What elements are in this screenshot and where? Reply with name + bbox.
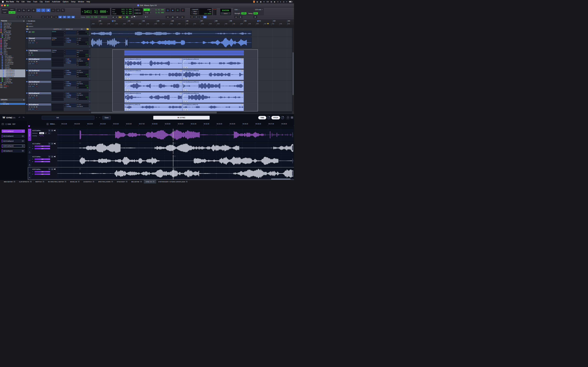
audio-clip[interactable]: A9 EndHarm1-ePRO-020 dB <box>182 104 244 111</box>
fade-in-curve[interactable] <box>125 94 136 101</box>
strength-value[interactable]: 100% <box>241 12 247 14</box>
zoom-preset-button[interactable]: 3 <box>23 16 26 18</box>
timebase-icon[interactable]: ⊙ <box>28 42 29 43</box>
solo-button[interactable]: S <box>33 72 35 74</box>
insert-slot[interactable]: ChnlStrp <box>52 37 64 39</box>
expand-chevron[interactable]: ⌄ <box>32 150 56 151</box>
menu-item[interactable]: File <box>16 1 19 3</box>
elastic-audio-icon[interactable]: ✱ <box>30 63 31 64</box>
insert-slot[interactable] <box>52 36 64 37</box>
window-tab[interactable]: WAVELAB <box>68 180 81 184</box>
grid-display-icon[interactable]: ▦ <box>71 16 75 18</box>
insert-slot[interactable] <box>52 96 64 97</box>
chip-red[interactable]: red <box>35 74 38 76</box>
row-scrollbar[interactable] <box>292 158 293 163</box>
chip-wave[interactable]: wave <box>31 42 35 44</box>
solo-button[interactable]: S <box>48 142 51 145</box>
insertion-follows-playback-icon[interactable]: ⇆ <box>22 8 26 12</box>
battery-icon[interactable] <box>289 1 292 2</box>
time-slider[interactable]: 100 <box>34 145 50 147</box>
insert-slot[interactable] <box>52 98 64 99</box>
mute-button[interactable]: M <box>51 168 53 170</box>
chip-red[interactable]: red <box>35 108 38 110</box>
menu-item[interactable]: Setup <box>71 1 76 3</box>
send-slot[interactable]: bV VerbBig <box>64 106 76 107</box>
online-clock-button[interactable]: ◷ <box>166 8 170 12</box>
grid-note-value[interactable]: 1/16 note <box>255 9 261 10</box>
chip-red[interactable]: red <box>35 85 38 87</box>
menu-item[interactable]: Options <box>63 1 69 3</box>
send-slot[interactable]: b <box>64 51 76 53</box>
track-power-button[interactable] <box>29 165 30 166</box>
io-header[interactable]: I/O <box>81 28 83 30</box>
daw-checkbox[interactable] <box>5 123 7 125</box>
insert-slot[interactable] <box>52 34 64 36</box>
chip-wave[interactable]: wave <box>31 108 35 110</box>
syncvx-track-row[interactable]: 1A11 EndHar...SMT100P100⌄⋮⋮⋮⋮⋮⋮ <box>28 142 294 154</box>
elastic-follow-icon[interactable]: ∿ <box>199 16 202 18</box>
zoom-preset-button[interactable]: 2 <box>20 16 22 18</box>
audition-speaker-icon[interactable]: ◁ <box>56 8 60 12</box>
send-slot[interactable]: a <box>64 50 76 51</box>
output-path[interactable]: End Harms <box>76 83 89 84</box>
mute-button[interactable]: M <box>36 60 38 62</box>
clip-handle[interactable]: ⋮⋮ <box>174 142 176 144</box>
output-path[interactable]: End Harms <box>76 94 89 96</box>
syncvx-scroll-thumb[interactable] <box>271 179 291 179</box>
window-tab[interactable]: ACOUSTICA <box>81 180 96 184</box>
insert-slot[interactable] <box>52 65 64 67</box>
mute-button[interactable]: M <box>51 142 53 145</box>
pan-row[interactable]: pan+17 <box>76 64 89 66</box>
solo-button[interactable]: S <box>31 40 33 42</box>
pitch-slider[interactable]: 100 <box>34 148 50 150</box>
track-list-item[interactable]: Verb 2 <box>0 50 25 52</box>
zoom-out-magnifier[interactable]: ◎ <box>234 16 238 18</box>
input-path[interactable]: no input <box>76 70 89 71</box>
vertical-scrollbar[interactable] <box>292 28 294 111</box>
syncvx-track-item[interactable]: A10 EndHarm2 <box>2 130 25 133</box>
track-name[interactable]: A18 EndHarm5 <box>28 92 51 94</box>
input-path[interactable]: no input <box>76 92 89 94</box>
clip-fx-badge[interactable] <box>180 104 182 105</box>
app-menu[interactable]: Pro Tools <box>6 1 14 3</box>
clip-gain-badge[interactable]: 0 dB <box>183 89 188 91</box>
fade-in-curve[interactable] <box>182 105 186 109</box>
eucon-panel[interactable]: EUCON Status <box>220 8 231 15</box>
insert-slot[interactable] <box>52 110 64 111</box>
menu-item[interactable]: Track <box>33 1 37 3</box>
collapse-icon[interactable]: ⊟ <box>50 16 53 18</box>
insert-slot[interactable] <box>52 70 64 71</box>
timebase-icon[interactable]: ⊙ <box>28 108 29 110</box>
track-lane[interactable] <box>91 37 292 48</box>
channel-strip[interactable]: A18 EndHarm5●ISM⊙✱waveredaV VerbbV VerbB… <box>26 92 91 103</box>
chip-red[interactable]: red <box>35 97 38 99</box>
expand-chevron[interactable]: ⌄ <box>32 176 56 176</box>
add-slot-button[interactable]: + <box>89 67 90 68</box>
track-list-item[interactable]: GrooveCell <box>0 33 25 35</box>
selection-row[interactable]: Start 141| 1| 000 <box>112 8 132 10</box>
input-path[interactable]: no input <box>76 37 89 39</box>
track-badge[interactable]: REF 1 <box>28 129 31 141</box>
timebase-chip-icon[interactable]: ◨ <box>122 16 125 18</box>
menu-item[interactable]: AudioSuite <box>52 1 60 3</box>
send-slot[interactable]: aV Verb <box>64 58 76 60</box>
sends-header[interactable]: SENDS A-E <box>66 28 73 30</box>
input-monitor-button[interactable]: I <box>31 72 33 74</box>
swap-selection-icon[interactable]: ⇄ <box>67 16 71 18</box>
volume-row[interactable]: vol0.0 <box>76 73 89 75</box>
clip-gain-badge[interactable]: 0 dB <box>183 109 188 110</box>
insert-slot[interactable] <box>52 55 64 56</box>
insert-slot[interactable] <box>52 73 64 75</box>
track-list-item[interactable]: Inst 1 <box>0 87 25 88</box>
track-badge[interactable]: 1 <box>28 167 31 180</box>
mute-button[interactable]: M <box>36 106 38 108</box>
insert-slot[interactable] <box>52 58 64 60</box>
nudge-value-button[interactable]: Nudge <box>144 11 150 14</box>
fade-in-curve[interactable] <box>125 105 133 109</box>
record-enable-button[interactable]: ● <box>28 72 30 74</box>
input-path[interactable]: no input <box>76 58 89 60</box>
input-monitor-button[interactable]: I <box>31 95 33 97</box>
add-chip-icon[interactable]: ⊞ <box>115 16 118 18</box>
horizontal-scrollbar[interactable] <box>91 111 292 114</box>
send-slot[interactable]: aV Verb <box>64 37 76 39</box>
